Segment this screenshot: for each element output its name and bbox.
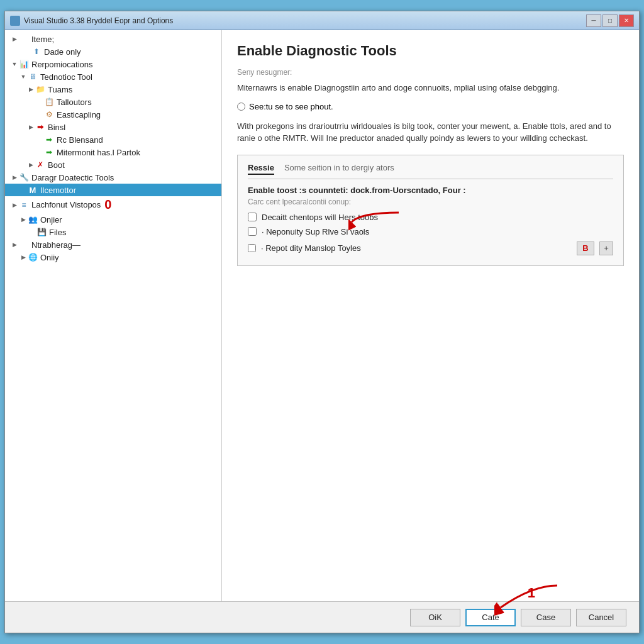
tree-item-easticapling[interactable]: ⚙ Easticapling — [5, 108, 221, 121]
maximize-button[interactable]: □ — [602, 14, 618, 27]
tree-item-daragr-doatectic[interactable]: ▶ 🔧 Daragr Doatectic Tools — [5, 171, 221, 184]
tree-item-talloutors[interactable]: 📋 Talloutors — [5, 96, 221, 108]
cancel-button[interactable]: Cancel — [576, 609, 626, 626]
title-bar-left: Visual Studio 3.38 Bryddel Eopr and Opti… — [10, 16, 173, 26]
description-text-2: With prokegons ins drarioutrriu wirldoua… — [237, 120, 624, 145]
tabs-row: Ressie Some seition in to dergiy ators — [248, 163, 613, 179]
annotation-0: 0 — [104, 197, 111, 212]
tree-label-files: Files — [49, 228, 66, 237]
talloutors-icon: 📋 — [44, 97, 54, 107]
tree-label-boot: Boot — [48, 160, 65, 170]
close-button[interactable]: ✕ — [619, 14, 634, 27]
tree-arrow-oniiy: ▶ — [19, 253, 28, 262]
tree-item-rc-blensand[interactable]: ➡ Rc Blensand — [5, 133, 221, 146]
tree-arrow-dade-only — [23, 47, 31, 56]
files-icon: 💾 — [36, 227, 47, 237]
settings-row-sub: Carc cent lpecaralcontii conup: — [248, 197, 613, 206]
tuams-icon: 📁 — [35, 84, 45, 94]
tree-arrow-talloutors — [35, 97, 44, 106]
items-root-icon — [19, 34, 29, 44]
checkbox-2[interactable] — [248, 227, 257, 236]
annotation-1: 1 — [528, 585, 535, 601]
tree-item-oniiy[interactable]: ▶ 🌐 Oniiy — [5, 251, 221, 264]
cate-button[interactable]: Cate — [465, 609, 516, 626]
tree-item-items-root[interactable]: ▶ Iteme; — [5, 33, 221, 45]
tree-item-boot[interactable]: ▶ ✗ Boot — [5, 158, 221, 171]
tree-label-talloutors: Talloutors — [57, 97, 92, 107]
tree-item-ilcemottor[interactable]: M Ilcemottor — [5, 184, 221, 196]
tree-label-rerpomiocations: Rerpomiocations — [31, 60, 93, 69]
btn-plus[interactable]: + — [599, 242, 613, 255]
tab-ressie[interactable]: Ressie — [248, 163, 274, 175]
tree-item-onjier[interactable]: ▶ 👥 Onjier — [5, 213, 221, 226]
tree-item-tednotioc-tool[interactable]: ▼ 🖥 Tednotioc Tool — [5, 70, 221, 83]
tree-item-tuams[interactable]: ▶ 📁 Tuams — [5, 83, 221, 96]
tednotioc-tool-icon: 🖥 — [28, 72, 38, 82]
tree-label-onjier: Onjier — [40, 215, 62, 225]
tree-label-oniiy: Oniiy — [40, 253, 59, 262]
btn-b[interactable]: B — [577, 242, 594, 255]
rc-blensand-icon: ➡ — [44, 135, 54, 145]
content-panel: Enable Diagnostic Tools Seny nesugmer: M… — [222, 30, 639, 601]
tree-item-files[interactable]: 💾 Files — [5, 226, 221, 238]
checkbox-row-1: Decaitt chentops will Hers toobs — [248, 213, 613, 222]
mitermonit-icon: ➡ — [44, 147, 54, 157]
tree-label-binsl: Binsl — [48, 123, 65, 132]
checkbox-label-2: · Neponuity Sup Rlve Si vaols — [262, 227, 369, 236]
tree-item-binsl[interactable]: ▶ ➡ Binsl — [5, 121, 221, 133]
settings-row-label: Enable toost :s counnteti: dock.from-Uor… — [248, 186, 613, 195]
window-title: Visual Studio 3.38 Bryddel Eopr and Opti… — [24, 16, 173, 25]
ilcemottor-icon: M — [28, 185, 38, 195]
lachfonut-vistopos-icon: ≡ — [19, 200, 29, 210]
tree-item-dade-only[interactable]: ⬆ Dade only — [5, 45, 221, 58]
boot-icon: ✗ — [35, 160, 45, 170]
dade-only-icon: ⬆ — [31, 47, 42, 57]
tree-arrow-lachfonut-vistopos: ▶ — [10, 201, 19, 209]
tree-item-lachfonut-vistopos[interactable]: ▶ ≡ Lachfonut Vistopos 0 — [5, 196, 221, 213]
checkbox-1[interactable] — [248, 213, 257, 221]
tree-arrow-rc-blensand — [35, 135, 44, 144]
tree-arrow-ntrabherag: ▶ — [10, 240, 19, 249]
ntrabherag-icon — [19, 240, 29, 250]
footer: 1 OiK Cate Case Cancel — [5, 601, 639, 633]
tree-arrow-tuams: ▶ — [26, 85, 35, 94]
tree-label-daragr-doatectic: Daragr Doatectic Tools — [31, 173, 114, 182]
tree-arrow-easticapling — [35, 110, 44, 119]
tree-panel[interactable]: ▶ Iteme; ⬆ Dade only ▼ 📊 Rerpomiocations — [5, 30, 222, 601]
description-text-1: Miternawrs is enable Diagnogstiin arto a… — [237, 82, 624, 94]
tree-arrow-files — [28, 228, 36, 236]
tree-label-tuams: Tuams — [48, 85, 72, 94]
case-button[interactable]: Case — [521, 609, 571, 626]
ok-button[interactable]: OiK — [410, 609, 460, 626]
tree-item-mitermonit[interactable]: ➡ Mitermonit has.l Partok — [5, 146, 221, 158]
checkbox-3[interactable] — [248, 244, 256, 252]
daragr-doatectic-icon: 🔧 — [19, 172, 29, 182]
checkbox-label-3: · Repot dity Manslop Toyles — [261, 243, 361, 253]
checkbox-row-3: · Repot dity Manslop Toyles B + — [248, 242, 613, 255]
radio-option[interactable] — [237, 103, 245, 111]
tree-label-items-root: Iteme; — [31, 35, 54, 44]
main-window: Visual Studio 3.38 Bryddel Eopr and Opti… — [4, 11, 640, 633]
tree-item-ntrabherag[interactable]: ▶ Ntrabherag— — [5, 238, 221, 251]
tree-item-rerpomiocations[interactable]: ▼ 📊 Rerpomiocations — [5, 58, 221, 70]
tree-arrow-items-root: ▶ — [10, 35, 19, 43]
section-label: Seny nesugmer: — [237, 68, 624, 77]
tree-label-dade-only: Dade only — [44, 47, 81, 57]
minimize-button[interactable]: ─ — [586, 14, 601, 27]
tree-label-ilcemottor: Ilcemottor — [40, 186, 76, 195]
oniiy-icon: 🌐 — [28, 252, 38, 262]
main-content: ▶ Iteme; ⬆ Dade only ▼ 📊 Rerpomiocations — [5, 30, 639, 601]
tab-some-seition[interactable]: Some seition in to dergiy ators — [284, 163, 394, 175]
vs-icon — [10, 16, 20, 26]
tree-arrow-binsl: ▶ — [26, 123, 35, 131]
radio-row: See:tu se to see phout. — [237, 102, 624, 111]
tree-arrow-rerpomiocations: ▼ — [10, 60, 19, 69]
binsl-icon: ➡ — [35, 122, 45, 132]
tree-label-tednotioc-tool: Tednotioc Tool — [40, 72, 92, 82]
page-title: Enable Diagnostic Tools — [237, 43, 624, 59]
rerpomiocations-icon: 📊 — [19, 59, 29, 69]
easticapling-icon: ⚙ — [44, 109, 54, 119]
tree-arrow-tednotioc-tool: ▼ — [19, 72, 28, 81]
settings-box: Ressie Some seition in to dergiy ators E… — [237, 155, 624, 266]
checkbox-row-2: · Neponuity Sup Rlve Si vaols — [248, 227, 613, 236]
